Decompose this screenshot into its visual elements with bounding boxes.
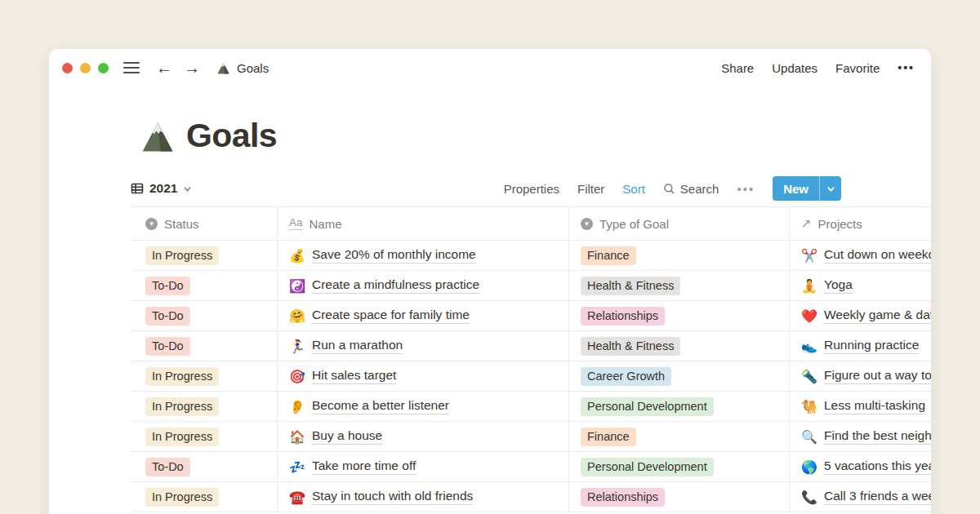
status-cell[interactable]: In Progress <box>131 422 278 451</box>
project-link: Less multi-tasking <box>824 398 925 414</box>
more-options-icon[interactable]: ••• <box>898 61 915 74</box>
table-row: To-Do 🤗 Create space for family time Rel… <box>131 301 931 331</box>
page-link[interactable]: ☎️ Stay in touch with old friends <box>289 489 473 505</box>
project-link-wrap[interactable]: 🔍 Find the best neighbo <box>801 428 924 445</box>
search-icon <box>663 183 675 195</box>
name-cell[interactable]: 🏠 Buy a house <box>278 422 569 451</box>
status-cell[interactable]: In Progress <box>131 241 278 270</box>
name-cell[interactable]: 💤 Take more time off <box>278 452 569 481</box>
search-button[interactable]: Search <box>663 182 719 196</box>
name-link: Become a better listener <box>312 398 449 414</box>
name-cell[interactable]: 🏃‍♀️ Run a marathon <box>278 331 569 361</box>
page-link[interactable]: 💤 Take more time off <box>289 459 416 475</box>
properties-button[interactable]: Properties <box>504 182 559 196</box>
status-cell[interactable]: To-Do <box>131 271 278 300</box>
new-button[interactable]: New <box>773 176 841 201</box>
status-cell[interactable]: In Progress <box>131 361 278 391</box>
project-link: 5 vacations this year <box>824 459 931 475</box>
maximize-window-icon[interactable] <box>98 63 109 73</box>
column-header-status[interactable]: ▾ Status <box>131 207 278 240</box>
search-label: Search <box>680 182 719 196</box>
new-button-chevron-icon[interactable] <box>819 176 841 201</box>
page-link[interactable]: 👂 Become a better listener <box>289 398 449 414</box>
name-cell[interactable]: 🤗 Create space for family time <box>278 301 569 330</box>
project-emoji-icon: ❤️ <box>801 308 817 324</box>
status-cell[interactable]: In Progress <box>131 392 278 421</box>
table-row: To-Do 🏃‍♀️ Run a marathon Health & Fitne… <box>131 331 931 361</box>
new-button-label[interactable]: New <box>773 176 819 201</box>
project-link-wrap[interactable]: 🐫 Less multi-tasking <box>801 398 924 414</box>
view-tab-2021[interactable]: 2021 <box>131 181 192 196</box>
name-cell[interactable]: 🎯 Hit sales target <box>278 361 569 391</box>
status-cell[interactable]: To-Do <box>131 331 278 361</box>
project-emoji-icon: 📞 <box>801 490 817 505</box>
page-emoji-icon: 💰 <box>289 248 305 264</box>
status-cell[interactable]: In Progress <box>131 482 278 512</box>
relation-type-icon: ↗ <box>801 216 812 231</box>
name-cell[interactable]: ☎️ Stay in touch with old friends <box>278 482 569 512</box>
name-link: Create space for family time <box>312 308 470 324</box>
table-body: In Progress 💰 Save 20% of monthly income… <box>131 241 931 512</box>
breadcrumb[interactable]: Goals <box>216 61 269 75</box>
type-of-goal-cell[interactable]: Finance <box>569 241 790 270</box>
filter-button[interactable]: Filter <box>577 182 604 196</box>
projects-cell[interactable]: 🐫 Less multi-tasking <box>790 392 931 421</box>
page-link[interactable]: ☯️ Create a mindfulness practice <box>289 277 479 294</box>
name-cell[interactable]: 👂 Become a better listener <box>278 392 569 421</box>
project-emoji-icon: ✂️ <box>801 248 817 264</box>
select-type-icon: ▾ <box>145 218 158 230</box>
page-link[interactable]: 🎯 Hit sales target <box>289 368 396 384</box>
type-of-goal-cell[interactable]: Personal Development <box>569 452 790 481</box>
page-link[interactable]: 🤗 Create space for family time <box>289 308 470 324</box>
status-badge: To-Do <box>145 337 190 356</box>
project-link: Running practice <box>824 338 919 354</box>
sidebar-menu-icon[interactable] <box>123 62 140 73</box>
project-link-wrap[interactable]: 👟 Running practice <box>801 338 919 354</box>
toolbar-more-icon[interactable]: ••• <box>737 182 755 196</box>
project-link-wrap[interactable]: 🧘 Yoga <box>801 277 853 294</box>
table-header-row: ▾ Status Aa Name ▾ Type of Goal ↗ Projec… <box>131 207 931 241</box>
favorite-button[interactable]: Favorite <box>835 61 880 75</box>
chevron-down-icon <box>183 184 192 193</box>
share-button[interactable]: Share <box>721 61 754 75</box>
type-badge: Relationships <box>581 488 665 507</box>
sort-button[interactable]: Sort <box>622 182 645 196</box>
page-link[interactable]: 💰 Save 20% of monthly income <box>289 247 476 264</box>
type-of-goal-cell[interactable]: Relationships <box>569 301 790 330</box>
view-tab-label: 2021 <box>149 181 177 196</box>
project-link-wrap[interactable]: 📞 Call 3 friends a week <box>801 489 924 505</box>
type-of-goal-cell[interactable]: Career Growth <box>569 361 790 391</box>
project-link-wrap[interactable]: ❤️ Weekly game & date ni <box>801 308 924 324</box>
status-cell[interactable]: To-Do <box>131 452 278 481</box>
projects-cell[interactable]: 🔦 Figure out a way to g <box>790 361 931 391</box>
projects-cell[interactable]: 👟 Running practice <box>790 331 931 361</box>
minimize-window-icon[interactable] <box>80 63 91 73</box>
projects-cell[interactable]: 🌎 5 vacations this year <box>790 452 931 481</box>
column-header-type-of-goal[interactable]: ▾ Type of Goal <box>569 207 790 240</box>
close-window-icon[interactable] <box>62 63 73 73</box>
status-badge: In Progress <box>145 428 219 446</box>
project-link-wrap[interactable]: 🔦 Figure out a way to g <box>801 368 924 384</box>
type-of-goal-cell[interactable]: Personal Development <box>569 392 790 421</box>
column-header-projects[interactable]: ↗ Projects <box>790 207 931 240</box>
back-arrow-icon[interactable]: ← <box>156 60 172 76</box>
projects-cell[interactable]: 🔍 Find the best neighbo <box>790 422 931 451</box>
status-cell[interactable]: To-Do <box>131 301 278 330</box>
projects-cell[interactable]: ✂️ Cut down on weekday dr <box>790 241 931 270</box>
project-link-wrap[interactable]: ✂️ Cut down on weekday dr <box>801 247 924 264</box>
column-header-name[interactable]: Aa Name <box>278 207 569 240</box>
name-cell[interactable]: ☯️ Create a mindfulness practice <box>278 271 569 300</box>
forward-arrow-icon[interactable]: → <box>184 60 200 76</box>
project-link-wrap[interactable]: 🌎 5 vacations this year <box>801 459 924 475</box>
projects-cell[interactable]: 📞 Call 3 friends a week <box>790 482 931 512</box>
name-cell[interactable]: 💰 Save 20% of monthly income <box>278 241 569 270</box>
projects-cell[interactable]: ❤️ Weekly game & date ni <box>790 301 931 330</box>
updates-button[interactable]: Updates <box>772 61 817 75</box>
type-of-goal-cell[interactable]: Health & Fitness <box>569 331 790 361</box>
page-link[interactable]: 🏃‍♀️ Run a marathon <box>289 338 403 354</box>
type-of-goal-cell[interactable]: Relationships <box>569 482 790 512</box>
type-of-goal-cell[interactable]: Finance <box>569 422 790 451</box>
type-of-goal-cell[interactable]: Health & Fitness <box>569 271 790 300</box>
page-link[interactable]: 🏠 Buy a house <box>289 428 382 445</box>
projects-cell[interactable]: 🧘 Yoga <box>790 271 931 300</box>
